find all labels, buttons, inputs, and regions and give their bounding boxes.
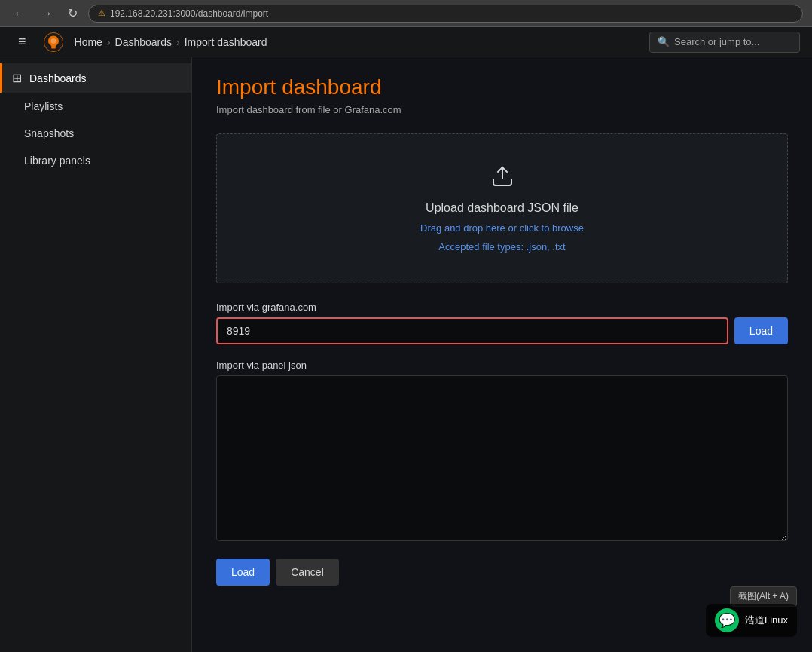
lock-icon: ⚠ <box>98 8 105 18</box>
grafana-id-input[interactable] <box>216 317 728 344</box>
upload-title: Upload dashboard JSON file <box>426 201 578 215</box>
panel-json-label: Import via panel json <box>216 360 788 371</box>
sidebar-item-snapshots-label: Snapshots <box>24 127 74 139</box>
page-title: Import dashboard <box>216 75 788 99</box>
refresh-button[interactable]: ↻ <box>63 5 82 22</box>
global-search-bar[interactable]: 🔍 Search or jump to... <box>649 32 800 53</box>
sidebar-item-library-panels[interactable]: Library panels <box>0 147 191 174</box>
form-actions: Load Cancel <box>216 559 788 586</box>
hamburger-menu-button[interactable]: ≡ <box>12 31 32 53</box>
breadcrumb-dashboards[interactable]: Dashboards <box>115 36 172 48</box>
upload-area[interactable]: Upload dashboard JSON file Drag and drop… <box>216 133 788 283</box>
sidebar-item-library-panels-label: Library panels <box>24 155 90 167</box>
forward-button[interactable]: → <box>36 5 57 22</box>
svg-point-1 <box>50 38 56 44</box>
sidebar-item-snapshots[interactable]: Snapshots <box>0 120 191 147</box>
dashboards-icon: ⊞ <box>12 71 22 85</box>
top-nav-right: 🔍 Search or jump to... <box>649 32 800 53</box>
breadcrumb-home[interactable]: Home <box>75 36 102 48</box>
sidebar-item-dashboards[interactable]: ⊞ Dashboards <box>0 63 191 93</box>
page-subtitle: Import dashboard from file or Grafana.co… <box>216 104 788 115</box>
back-button[interactable]: ← <box>9 5 30 22</box>
grafana-import-row: Load <box>216 317 788 344</box>
screenshot-tooltip-text: 截图(Alt + A) <box>738 591 789 601</box>
grafana-import-section: Import via grafana.com Load <box>216 302 788 344</box>
breadcrumb-sep-1: › <box>107 36 111 48</box>
main-content: Import dashboard Import dashboard from f… <box>192 57 812 652</box>
search-icon: 🔍 <box>658 36 670 47</box>
load-from-grafana-button[interactable]: Load <box>734 317 788 344</box>
grafana-import-label: Import via grafana.com <box>216 302 788 313</box>
breadcrumb-current: Import dashboard <box>185 36 267 48</box>
top-nav: ≡ Home › Dashboards › Import dashboard 🔍… <box>0 27 812 57</box>
watermark-text: 浩道Linux <box>745 614 788 627</box>
app-layout: ⊞ Dashboards Playlists Snapshots Library… <box>0 57 812 652</box>
panel-json-textarea[interactable] <box>216 375 788 541</box>
address-bar[interactable]: ⚠ 192.168.20.231:3000/dashboard/import <box>88 5 803 23</box>
breadcrumb-sep-2: › <box>176 36 180 48</box>
sidebar-item-dashboards-label: Dashboards <box>29 72 87 84</box>
sidebar-item-playlists[interactable]: Playlists <box>0 93 191 120</box>
upload-hint-line2: Accepted file types: .json, .txt <box>438 241 565 253</box>
grafana-logo[interactable] <box>41 30 66 54</box>
wechat-icon: 💬 <box>715 608 739 632</box>
sidebar-item-playlists-label: Playlists <box>24 100 63 112</box>
browser-chrome: ← → ↻ ⚠ 192.168.20.231:3000/dashboard/im… <box>0 0 812 27</box>
cancel-button[interactable]: Cancel <box>276 559 339 586</box>
search-placeholder-text: Search or jump to... <box>674 36 759 47</box>
upload-icon <box>490 164 514 194</box>
load-button[interactable]: Load <box>216 559 270 586</box>
upload-hint-line1: Drag and drop here or click to browse <box>420 222 584 234</box>
panel-json-section: Import via panel json <box>216 360 788 543</box>
watermark: 💬 浩道Linux <box>706 604 797 637</box>
url-text: 192.168.20.231:3000/dashboard/import <box>110 8 268 19</box>
breadcrumb: Home › Dashboards › Import dashboard <box>75 36 267 48</box>
sidebar: ⊞ Dashboards Playlists Snapshots Library… <box>0 57 192 652</box>
